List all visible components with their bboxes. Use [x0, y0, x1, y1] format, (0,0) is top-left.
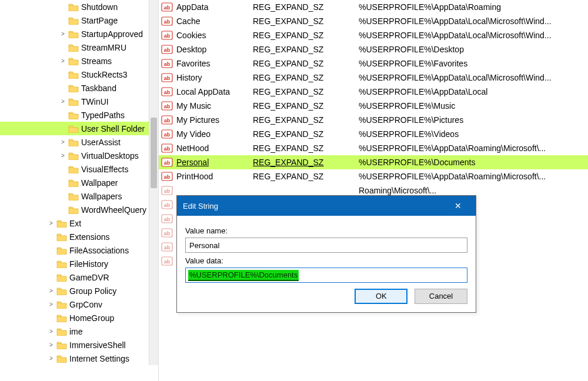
tree-item[interactable]: >GrpConv: [0, 298, 149, 311]
value-type: REG_EXPAND_SZ: [253, 115, 359, 125]
registry-value-row[interactable]: Local AppDataREG_EXPAND_SZ%USERPROFILE%\…: [159, 85, 588, 99]
value-data: %USERPROFILE%\Music: [359, 101, 588, 111]
registry-value-row[interactable]: NetHoodREG_EXPAND_SZ%USERPROFILE%\AppDat…: [159, 141, 588, 155]
tree-item-label: GameDVR: [69, 273, 109, 282]
tree-item[interactable]: Extensions: [0, 230, 149, 243]
value-data: Roaming\Microsoft\...: [359, 186, 588, 195]
value-data: %USERPROFILE%\Videos: [359, 129, 588, 139]
tree-item-label: User Shell Folder: [81, 124, 145, 133]
tree-item[interactable]: WordWheelQuery: [0, 203, 149, 216]
expander-icon[interactable]: >: [59, 31, 67, 37]
expander-icon[interactable]: >: [47, 288, 55, 294]
tree-item[interactable]: >ImmersiveShell: [0, 338, 149, 352]
tree-item[interactable]: HomeGroup: [0, 311, 149, 325]
expander-icon[interactable]: >: [59, 152, 67, 159]
tree-item[interactable]: >Internet Settings: [0, 352, 149, 365]
folder-icon: [56, 314, 67, 322]
registry-value-row[interactable]: DesktopREG_EXPAND_SZ%USERPROFILE%\Deskto…: [159, 42, 588, 56]
tree-item-label: Shutdown: [81, 2, 118, 12]
value-data-input[interactable]: %USERPROFILE%\Documents: [185, 268, 467, 283]
tree-item[interactable]: FileHistory: [0, 257, 149, 270]
registry-value-row[interactable]: HistoryREG_EXPAND_SZ%USERPROFILE%\AppDat…: [159, 71, 588, 85]
value-name: Desktop: [176, 45, 253, 54]
folder-icon: [68, 179, 79, 187]
tree-item-label: StartPage: [81, 16, 118, 25]
tree-item[interactable]: StartPage: [0, 14, 149, 27]
expander-icon[interactable]: >: [59, 58, 67, 64]
tree-item[interactable]: Wallpaper: [0, 176, 149, 189]
tree-item-label: Wallpapers: [81, 192, 122, 201]
value-type: REG_EXPAND_SZ: [253, 129, 359, 139]
ok-button[interactable]: OK: [355, 289, 407, 304]
string-value-icon: [161, 87, 173, 96]
tree-item[interactable]: FileAssociations: [0, 243, 149, 257]
registry-value-row[interactable]: CookiesREG_EXPAND_SZ%USERPROFILE%\AppDat…: [159, 28, 588, 42]
value-type: REG_EXPAND_SZ: [253, 2, 359, 12]
registry-value-row[interactable]: My PicturesREG_EXPAND_SZ%USERPROFILE%\Pi…: [159, 113, 588, 127]
tree-item[interactable]: TypedPaths: [0, 108, 149, 122]
folder-icon: [56, 355, 67, 363]
expander-icon[interactable]: >: [47, 301, 55, 308]
tree-item[interactable]: >Group Policy: [0, 284, 149, 298]
expander-icon[interactable]: >: [59, 139, 67, 145]
close-icon[interactable]: ✕: [446, 201, 470, 210]
registry-value-row[interactable]: My VideoREG_EXPAND_SZ%USERPROFILE%\Video…: [159, 127, 588, 141]
tree-item-label: UserAssist: [81, 138, 121, 147]
tree-item-label: ime: [69, 327, 83, 336]
tree-item[interactable]: >ime: [0, 325, 149, 338]
folder-icon: [68, 84, 79, 92]
registry-value-row[interactable]: AppDataREG_EXPAND_SZ%USERPROFILE%\AppDat…: [159, 0, 588, 14]
expander-icon[interactable]: >: [47, 342, 55, 348]
registry-value-row[interactable]: PersonalREG_EXPAND_SZ%USERPROFILE%\Docum…: [159, 155, 588, 169]
string-value-icon: [161, 16, 173, 26]
expander-icon[interactable]: >: [59, 98, 67, 105]
tree-item[interactable]: Wallpapers: [0, 189, 149, 203]
tree-scrollbar[interactable]: [149, 0, 158, 365]
tree-item[interactable]: >UserAssist: [0, 135, 149, 149]
value-name-input[interactable]: [185, 238, 467, 253]
registry-value-row[interactable]: PrintHoodREG_EXPAND_SZ%USERPROFILE%\AppD…: [159, 169, 588, 183]
tree-item[interactable]: StreamMRU: [0, 41, 149, 54]
tree-item-label: Ext: [69, 219, 81, 228]
registry-value-row[interactable]: CacheREG_EXPAND_SZ%USERPROFILE%\AppData\…: [159, 14, 588, 28]
string-value-icon: [161, 256, 173, 266]
registry-value-row[interactable]: My MusicREG_EXPAND_SZ%USERPROFILE%\Music: [159, 99, 588, 113]
expander-icon[interactable]: >: [47, 328, 55, 335]
expander-icon[interactable]: >: [47, 355, 55, 362]
tree-item-label: FileHistory: [69, 259, 108, 269]
tree-item[interactable]: Taskband: [0, 81, 149, 95]
tree-item[interactable]: VisualEffects: [0, 162, 149, 176]
tree-item[interactable]: User Shell Folder: [0, 122, 149, 135]
value-data: %USERPROFILE%\AppData\Roaming\Microsoft\…: [359, 172, 588, 181]
tree-item[interactable]: GameDVR: [0, 270, 149, 284]
tree-item[interactable]: StuckRects3: [0, 68, 149, 81]
value-name: AppData: [176, 2, 253, 12]
value-data: %USERPROFILE%\AppData\Local\Microsoft\Wi…: [359, 16, 588, 26]
registry-value-row[interactable]: FavoritesREG_EXPAND_SZ%USERPROFILE%\Favo…: [159, 56, 588, 71]
tree-item[interactable]: Shutdown: [0, 0, 149, 14]
value-name: PrintHood: [176, 172, 253, 181]
tree-item[interactable]: >Streams: [0, 54, 149, 68]
value-data-label: Value data:: [185, 256, 467, 265]
string-value-icon: [161, 31, 173, 40]
folder-icon: [56, 327, 67, 336]
folder-icon: [68, 3, 79, 11]
tree-item[interactable]: >TWinUI: [0, 95, 149, 108]
folder-icon: [56, 246, 67, 255]
tree-item[interactable]: >Ext: [0, 216, 149, 230]
tree-item[interactable]: >StartupApproved: [0, 27, 149, 41]
dialog-titlebar[interactable]: Edit String ✕: [177, 196, 476, 216]
registry-tree-pane[interactable]: ShutdownStartPage>StartupApprovedStreamM…: [0, 0, 159, 381]
tree-item-label: TypedPaths: [81, 111, 125, 120]
tree-item-label: StartupApproved: [81, 29, 143, 39]
folder-icon: [56, 260, 67, 268]
expander-icon[interactable]: >: [47, 220, 55, 226]
cancel-button[interactable]: Cancel: [415, 289, 467, 304]
string-value-icon: [161, 101, 173, 111]
registry-values-pane[interactable]: AppDataREG_EXPAND_SZ%USERPROFILE%\AppDat…: [159, 0, 588, 381]
scrollbar-thumb[interactable]: [151, 118, 157, 188]
folder-icon: [68, 152, 79, 160]
edit-string-dialog: Edit String ✕ Value name: Value data: %U…: [176, 195, 476, 313]
value-data: %USERPROFILE%\AppData\Local\Microsoft\Wi…: [359, 31, 588, 40]
tree-item[interactable]: >VirtualDesktops: [0, 149, 149, 162]
